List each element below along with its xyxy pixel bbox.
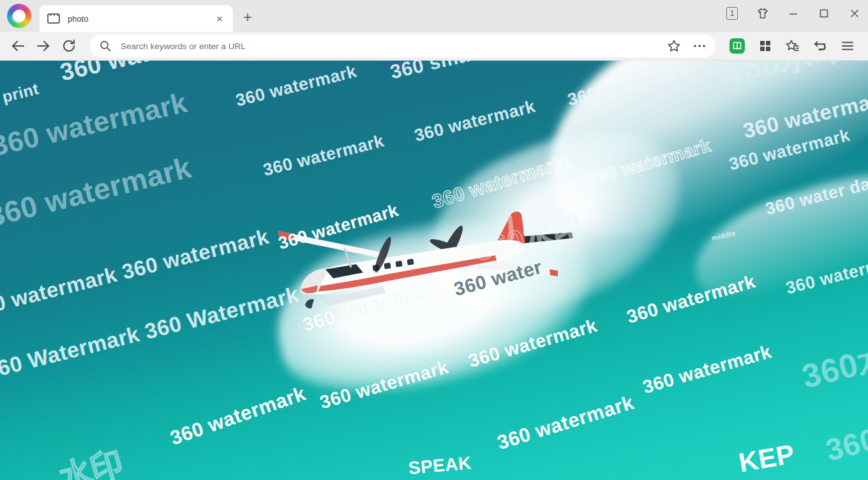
- apps-grid-icon[interactable]: [758, 39, 772, 53]
- watermark-text: 360 watermark:: [430, 150, 574, 213]
- photo-viewport: print360 water360 small니360水印360 waterma…: [0, 61, 868, 480]
- watermark-text: 360 watermark: [585, 135, 714, 190]
- watermark-text: 360 watermark: [317, 356, 451, 413]
- watermark-text: 360 watermark: [495, 391, 637, 454]
- watermark-text: middle: [711, 229, 737, 242]
- tab-title: photo: [68, 14, 214, 24]
- title-bar: photo × + 1: [0, 0, 868, 32]
- watermark-text: 360 watermark: [300, 277, 438, 336]
- forward-icon[interactable]: [36, 38, 51, 54]
- bookmark-star-icon[interactable]: [667, 39, 681, 53]
- back-icon[interactable]: [10, 38, 26, 54]
- watermark-text: 360 watermark: [0, 150, 195, 234]
- browser-logo-icon[interactable]: [7, 4, 31, 28]
- watermark-text: KEP: [737, 439, 797, 479]
- navigation-toolbar: [0, 32, 868, 61]
- watermark-text: 360 watermark: [261, 131, 386, 180]
- favorites-list-icon[interactable]: [786, 39, 800, 53]
- reading-mode-icon[interactable]: [730, 38, 745, 54]
- minimize-icon[interactable]: [788, 8, 799, 19]
- watermark-text: 360 watermark: [466, 315, 599, 371]
- watermark-text: 360 watermark: [234, 61, 359, 110]
- menu-icon[interactable]: [841, 39, 855, 53]
- new-tab-button[interactable]: +: [239, 9, 257, 27]
- search-icon: [99, 40, 112, 52]
- watermark-layer: print360 water360 small니360水印360 waterma…: [0, 61, 868, 480]
- watermark-text: SPEAK: [408, 453, 472, 479]
- watermark-text: print: [0, 79, 40, 106]
- tab-photo[interactable]: photo ×: [40, 5, 233, 32]
- watermark-text: 360 watermark: [784, 249, 868, 298]
- more-options-icon[interactable]: [692, 39, 707, 53]
- watermark-text: 360水: [798, 334, 868, 400]
- watermark-text: 360 watermark: [412, 96, 537, 146]
- maximize-icon[interactable]: [818, 8, 830, 19]
- watermark-text: 360水印: [719, 61, 849, 96]
- tab-close-icon[interactable]: ×: [214, 12, 225, 26]
- reload-icon[interactable]: [61, 38, 77, 54]
- watermark-text: 360 watermark: [167, 382, 309, 450]
- watermark-text: 水印: [55, 440, 129, 480]
- search-input[interactable]: [121, 41, 667, 51]
- restore-tab-icon[interactable]: [813, 39, 827, 53]
- watermark-text: 360水: [821, 411, 868, 471]
- window-controls: 1: [726, 5, 860, 22]
- watermark-text: 360 watermark: [624, 271, 758, 327]
- window-count-badge[interactable]: 1: [726, 7, 738, 20]
- watermark-text: 360 watermark: [565, 61, 691, 110]
- watermark-text: 360 small니: [387, 61, 503, 86]
- watermark-text: 360 watermark: [640, 341, 774, 398]
- address-bar[interactable]: [90, 34, 715, 57]
- watermark-text: 360 water: [57, 61, 174, 86]
- watermark-text: 360 water days: [763, 169, 868, 219]
- close-window-icon[interactable]: [849, 8, 860, 19]
- watermark-text: 360 watermark: [276, 200, 401, 253]
- tab-favicon-icon: [47, 13, 60, 24]
- skin-tshirt-icon[interactable]: [757, 8, 768, 19]
- toolbar-right-icons: [730, 38, 855, 54]
